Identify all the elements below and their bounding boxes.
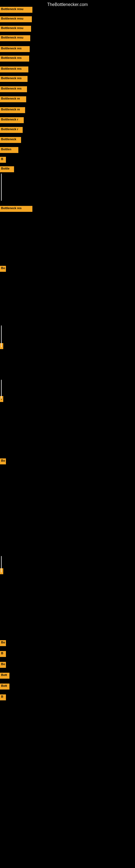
bottleneck-item-13: Bottleneck r bbox=[0, 127, 23, 133]
bottleneck-item-12: Bottleneck r bbox=[0, 117, 24, 123]
bottleneck-item-20: | bbox=[0, 343, 3, 349]
bottleneck-item-7: Bottleneck res bbox=[0, 66, 28, 72]
bottleneck-item-15: Bottlen bbox=[0, 147, 18, 153]
bottleneck-item-21: | bbox=[0, 396, 3, 402]
bottleneck-item-27: Bott bbox=[0, 673, 9, 679]
vertical-line-1 bbox=[1, 326, 2, 347]
bottleneck-item-5: Bottleneck res bbox=[0, 46, 30, 52]
vertical-line-3 bbox=[1, 556, 2, 572]
bottleneck-item-6: Bottleneck res bbox=[0, 56, 29, 62]
bottleneck-item-9: Bottleneck res bbox=[0, 86, 27, 92]
bottleneck-item-22: Bo bbox=[0, 458, 6, 464]
bottleneck-item-26: Bo bbox=[0, 662, 6, 668]
bottleneck-item-2: Bottleneck resu bbox=[0, 16, 32, 22]
bottleneck-item-10: Bottleneck re bbox=[0, 96, 26, 102]
bottleneck-item-16: B bbox=[0, 157, 6, 163]
bottleneck-item-29: B bbox=[0, 694, 6, 701]
bottleneck-item-14: Bottleneck bbox=[0, 137, 21, 143]
bottleneck-item-25: B bbox=[0, 651, 6, 657]
bottleneck-item-4: Bottleneck resu bbox=[0, 35, 30, 41]
vertical-line-0 bbox=[1, 174, 2, 201]
bottleneck-item-3: Bottleneck resu bbox=[0, 26, 31, 32]
bottleneck-item-19: Bo bbox=[0, 266, 6, 272]
bottleneck-item-24: Bo bbox=[0, 640, 6, 646]
bottleneck-item-18: Bottleneck res bbox=[0, 206, 32, 212]
bottleneck-item-17: Bottle bbox=[0, 166, 14, 172]
bottleneck-item-1: Bottleneck resu bbox=[0, 7, 32, 13]
bottleneck-item-28: Bott bbox=[0, 684, 9, 689]
vertical-line-2 bbox=[1, 380, 2, 399]
bottleneck-item-23: | bbox=[0, 568, 3, 574]
bottleneck-item-8: Bottleneck res bbox=[0, 76, 28, 82]
bottleneck-item-11: Bottleneck re bbox=[0, 107, 25, 113]
